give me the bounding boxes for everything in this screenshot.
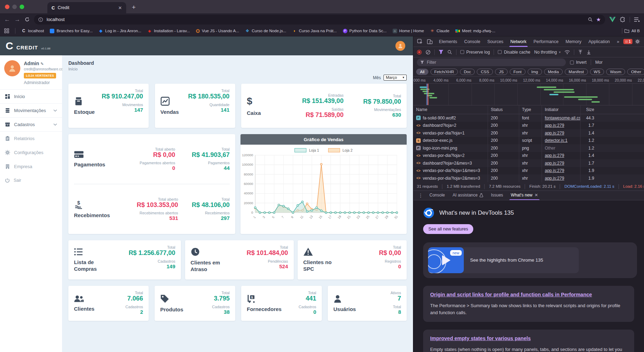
invert-checkbox[interactable]: Invert xyxy=(570,60,587,65)
export-har-icon[interactable] xyxy=(587,50,591,55)
inspect-element-icon[interactable] xyxy=(415,39,425,44)
sidebar-item-cadastros[interactable]: Cadastros xyxy=(0,117,62,131)
filter-funnel-icon[interactable] xyxy=(439,50,443,54)
feature-link[interactable]: Origin and script links for profile and … xyxy=(430,292,592,297)
header-avatar[interactable] xyxy=(395,41,405,51)
tab-sources[interactable]: Sources xyxy=(484,36,507,47)
drawer-tab-console[interactable]: Console xyxy=(426,191,448,200)
all-bookmarks-button[interactable]: All B xyxy=(622,28,640,34)
video-thumbnail[interactable]: new xyxy=(428,247,464,273)
column-size[interactable]: Size xyxy=(581,105,644,114)
table-row[interactable]: <>vendas-por-dia?loja=2&mes=3 200 xhr ap… xyxy=(413,174,644,182)
chip-font[interactable]: Font xyxy=(510,69,526,75)
filter-input[interactable] xyxy=(427,60,563,65)
search-icon[interactable] xyxy=(447,50,452,55)
see-all-features-button[interactable]: See all new features xyxy=(423,224,473,234)
tab-network[interactable]: Network xyxy=(507,36,530,47)
bookmark-localhost[interactable]: Clocalhost xyxy=(21,29,44,33)
drawer-menu-icon[interactable]: ⋮ xyxy=(416,193,425,198)
bookmark-node[interactable]: ❖Curso de Node.js... xyxy=(245,29,286,33)
sidebar-item-empresa[interactable]: Empresa xyxy=(0,159,62,173)
sidebar-item-sair[interactable]: Sair xyxy=(0,173,62,187)
tab-console[interactable]: Console xyxy=(461,36,483,47)
chip-img[interactable]: Img xyxy=(528,69,542,75)
browser-tab[interactable]: C Credit ✕ xyxy=(47,2,126,13)
tab-memory[interactable]: Memory xyxy=(562,36,584,47)
bookmark-laravel[interactable]: ◈Installation - Larav... xyxy=(147,29,190,33)
feature-link[interactable]: Improved empty states for various panels xyxy=(430,336,531,341)
month-select[interactable]: Março▾ xyxy=(384,75,407,81)
tab-elements[interactable]: Elements xyxy=(436,36,460,47)
bookmark-jira[interactable]: ◆Log in - Jira Anron... xyxy=(99,29,141,33)
zoom-icon[interactable] xyxy=(588,17,593,22)
minimize-window-button[interactable] xyxy=(12,5,17,9)
browser-menu-icon[interactable] xyxy=(634,17,640,22)
clear-icon[interactable] xyxy=(426,50,431,55)
avatar[interactable] xyxy=(4,60,20,76)
column-status[interactable]: Status xyxy=(488,105,519,114)
bookmark-home[interactable]: ⌂Home | Home xyxy=(393,29,424,33)
chip-css[interactable]: CSS xyxy=(477,69,493,75)
close-window-button[interactable] xyxy=(5,5,9,9)
network-filter-input-wrap[interactable] xyxy=(417,58,566,66)
table-row[interactable]: ◩logo-icon-mini.png 200 png Other 1.2 xyxy=(413,144,644,152)
bookmark-java[interactable]: ◗Curso Java na Prát... xyxy=(292,29,337,33)
table-row[interactable]: <>dashboard?loja=2 200 xhr app.js:279 1.… xyxy=(413,122,644,130)
chip-js[interactable]: JS xyxy=(495,69,507,75)
preserve-log-checkbox[interactable]: Preserve log xyxy=(460,50,490,55)
drawer-tab-whats-new[interactable]: What's new✕ xyxy=(507,191,542,200)
tab-performance[interactable]: Performance xyxy=(530,36,562,47)
column-name[interactable]: Name xyxy=(413,105,488,114)
sidebar-item-movimentacoes[interactable]: Movimentações xyxy=(0,103,62,117)
maximize-window-button[interactable] xyxy=(20,5,24,9)
tab-application[interactable]: Application xyxy=(585,36,613,47)
network-overview[interactable] xyxy=(413,84,644,105)
back-icon[interactable]: ← xyxy=(4,16,10,23)
url-text[interactable]: localhost xyxy=(47,17,584,22)
more-tabs-icon[interactable]: » xyxy=(614,36,623,47)
tab-close-icon[interactable]: ✕ xyxy=(118,5,122,11)
bookmark-claude[interactable]: ✳Claude xyxy=(430,29,449,33)
table-row[interactable]: Sdetector-exec.js 200 script detector.js… xyxy=(413,137,644,145)
vue-devtools-icon[interactable] xyxy=(609,17,616,22)
table-row[interactable]: Ffa-solid-900.woff2 200 font fontawesome… xyxy=(413,114,644,122)
reload-icon[interactable] xyxy=(25,17,30,22)
bookmark-python[interactable]: PPython for Data Sc... xyxy=(343,29,387,33)
bookmark-branches[interactable]: Branches for Easy... xyxy=(50,29,93,33)
highlight-video-link[interactable]: new See the highlights from Chrome 135 xyxy=(428,247,579,273)
table-row[interactable]: <>vendas-por-dia?loja=1&mes=3 200 xhr ap… xyxy=(413,167,644,175)
table-row[interactable]: <>vendas-por-dia?loja=1 200 xhr app.js:2… xyxy=(413,129,644,137)
sidebar-item-inicio[interactable]: Início xyxy=(0,89,62,103)
chip-media[interactable]: Media xyxy=(544,69,563,75)
close-icon[interactable]: ✕ xyxy=(535,191,538,200)
chip-wasm[interactable]: Wasm xyxy=(606,69,625,75)
import-har-icon[interactable] xyxy=(578,50,583,55)
new-tab-button[interactable]: + xyxy=(132,4,136,11)
column-initiator[interactable]: Initiator xyxy=(542,105,581,114)
disable-cache-checkbox[interactable]: Disable cache xyxy=(498,50,530,55)
sidebar-item-configuracoes[interactable]: Configurações xyxy=(0,145,62,159)
error-count-badge[interactable]: 1 xyxy=(623,39,633,44)
bookmark-meet[interactable]: Meet: mdg-zfwq-... xyxy=(455,29,495,33)
throttling-select[interactable]: No throttling▾ xyxy=(534,50,561,55)
bookmark-vuejs[interactable]: Vue JS - Usando A... xyxy=(196,29,239,33)
table-row[interactable]: <>dashboard?loja=2&mes=3 200 xhr app.js:… xyxy=(413,159,644,167)
url-bar[interactable]: localhost ★ xyxy=(34,15,605,25)
chip-manifest[interactable]: Manifest xyxy=(565,69,588,75)
apps-grid-icon[interactable] xyxy=(4,28,9,33)
site-info-icon[interactable] xyxy=(38,17,43,22)
chip-ws[interactable]: WS xyxy=(590,69,604,75)
drawer-tab-issues[interactable]: Issues xyxy=(487,191,507,200)
column-type[interactable]: Type xyxy=(519,105,542,114)
chip-other[interactable]: Other xyxy=(627,69,644,75)
extensions-icon[interactable] xyxy=(620,17,625,22)
chip-all[interactable]: All xyxy=(416,69,428,75)
edit-profile-icon[interactable]: ✎ xyxy=(41,62,44,66)
sidebar-item-relatorios[interactable]: Relatórios xyxy=(0,131,62,145)
forward-icon[interactable]: → xyxy=(14,16,20,23)
devtools-settings-icon[interactable] xyxy=(633,39,642,44)
record-icon[interactable] xyxy=(417,50,422,55)
chip-fetch-xhr[interactable]: Fetch/XHR xyxy=(431,69,458,75)
table-row[interactable]: <>vendas-por-dia?loja=2 200 xhr app.js:2… xyxy=(413,152,644,160)
device-toolbar-icon[interactable] xyxy=(425,39,434,44)
